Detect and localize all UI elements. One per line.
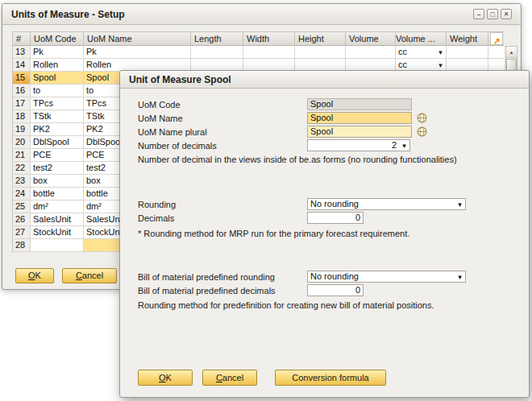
scroll-up-icon[interactable] <box>506 47 517 58</box>
row-number-cell[interactable]: 16 <box>13 85 31 97</box>
rounding-label: Rounding <box>138 200 307 209</box>
row-number-cell[interactable]: 21 <box>13 149 31 162</box>
uom-code-cell[interactable]: box <box>31 175 84 188</box>
bom-note: Rounding method for predefinition for cr… <box>138 300 517 310</box>
uom-code-cell[interactable]: test2 <box>31 162 84 175</box>
combo-arrow-icon[interactable] <box>399 140 409 151</box>
filler-cell <box>488 46 504 59</box>
uom-code-cell[interactable]: PK2 <box>31 123 84 136</box>
uom-code-cell[interactable]: Rollen <box>31 59 84 72</box>
col-header-uom-name[interactable]: UoM Name <box>84 31 191 46</box>
weight-cell[interactable] <box>447 46 488 59</box>
uom-code-cell[interactable]: TStk <box>31 110 84 123</box>
translate-icon[interactable] <box>417 126 427 137</box>
dropdown-arrow-icon[interactable] <box>435 46 446 59</box>
col-header-width[interactable]: Width <box>243 31 295 46</box>
volume-cell[interactable] <box>346 46 396 59</box>
row-number-cell[interactable]: 23 <box>13 175 31 188</box>
cancel-button[interactable]: Cancel <box>62 268 117 283</box>
close-icon <box>504 10 509 18</box>
bom-rounding-value: No rounding <box>308 271 455 282</box>
rounding-select[interactable]: No rounding <box>307 198 466 210</box>
uom-code-cell[interactable]: SalesUnit <box>31 213 84 226</box>
volume-uom-dropdown[interactable]: cc <box>396 59 446 71</box>
col-header-uom-code[interactable]: UoM Code <box>31 31 84 46</box>
uom-code-cell[interactable]: StockUnit <box>31 226 84 239</box>
row-number-cell[interactable]: 20 <box>13 136 31 149</box>
uom-code-cell[interactable]: bottle <box>31 188 84 200</box>
col-header-volume[interactable]: Volume <box>346 31 396 46</box>
uom-code-cell[interactable] <box>31 239 84 252</box>
combo-arrow-icon[interactable] <box>455 271 465 283</box>
uom-name-plural-input[interactable]: Spool <box>307 126 412 138</box>
row-number-cell[interactable]: 26 <box>13 213 31 226</box>
uom-code-cell[interactable]: DblSpool <box>31 136 84 149</box>
dialog-title: Unit of Measure Spool <box>129 74 231 85</box>
uom-code-cell[interactable]: dm² <box>31 200 84 213</box>
row-number-cell[interactable]: 24 <box>13 188 31 200</box>
row-number-cell[interactable]: 14 <box>13 59 31 72</box>
width-cell[interactable] <box>243 46 295 59</box>
close-button[interactable] <box>501 9 512 19</box>
row-number-cell[interactable]: 17 <box>13 97 31 110</box>
row-number-cell[interactable]: 22 <box>13 162 31 175</box>
restore-button[interactable] <box>487 9 498 19</box>
col-header-height[interactable]: Height <box>295 31 346 46</box>
uom-code-cell[interactable]: TPcs <box>31 97 84 110</box>
uom-name-cell[interactable]: Pk <box>84 46 191 59</box>
bom-rounding-select[interactable]: No rounding <box>307 271 466 283</box>
bom-decimals-label: Bill of material predefined decimals <box>138 286 307 296</box>
uom-code-label: UoM Code <box>138 100 307 110</box>
uom-name-input[interactable]: Spool <box>307 112 412 124</box>
col-header-length[interactable]: Length <box>191 31 243 46</box>
bom-decimals-input[interactable]: 0 <box>307 284 364 296</box>
length-cell[interactable] <box>191 46 243 59</box>
uom-code-cell[interactable]: Spool <box>31 72 84 85</box>
uom-code-cell[interactable]: Pk <box>31 46 84 59</box>
expand-grid-icon[interactable] <box>490 32 503 45</box>
bom-rounding-label: Bill of material predefined rounding <box>138 272 307 282</box>
conversion-formula-button[interactable]: Conversion formula <box>275 370 386 386</box>
desktop: Units of Measure - Setup # UoM Code UoM … <box>0 0 532 401</box>
col-header-number[interactable]: # <box>13 31 31 46</box>
rounding-note: * Rounding method for MRP run for the pr… <box>138 229 517 238</box>
uom-code-field: Spool <box>307 98 412 110</box>
decimals-label: Decimals <box>138 213 307 223</box>
dialog-titlebar[interactable]: Unit of Measure Spool <box>120 71 529 89</box>
number-of-decimals-label: Number of decimals <box>138 141 307 151</box>
restore-icon <box>490 10 494 19</box>
main-window-title: Units of Measure - Setup <box>11 9 125 20</box>
table-row[interactable]: 13 Pk Pk cc <box>13 46 504 59</box>
decimals-input[interactable]: 0 <box>307 212 364 224</box>
rounding-value: No rounding <box>308 199 455 209</box>
volume-uom-value: cc <box>396 59 435 71</box>
unit-of-measure-dialog: Unit of Measure Spool UoM Code Spool UoM… <box>119 70 530 398</box>
height-cell[interactable] <box>295 46 346 59</box>
volume-uom-cell[interactable]: cc <box>396 46 447 59</box>
translate-icon[interactable] <box>417 113 427 123</box>
main-titlebar[interactable]: Units of Measure - Setup <box>2 4 521 25</box>
table-header: # UoM Code UoM Name Length Width Height … <box>13 31 504 46</box>
uom-code-cell[interactable]: PCE <box>31 149 84 162</box>
col-header-volume-uom[interactable]: Volume ... <box>396 31 447 46</box>
row-number-cell[interactable]: 13 <box>13 46 31 59</box>
row-number-cell[interactable]: 15 <box>13 72 31 85</box>
volume-uom-dropdown[interactable]: cc <box>396 46 446 58</box>
minimize-button[interactable] <box>473 9 484 19</box>
row-number-cell[interactable]: 25 <box>13 200 31 213</box>
window-controls <box>473 9 512 19</box>
col-header-weight[interactable]: Weight <box>447 31 488 46</box>
ok-button[interactable]: OK <box>15 268 54 283</box>
uom-code-cell[interactable]: to <box>31 85 84 97</box>
row-number-cell[interactable]: 19 <box>13 123 31 136</box>
dialog-ok-button[interactable]: OK <box>138 370 193 386</box>
dialog-cancel-button[interactable]: Cancel <box>202 370 257 386</box>
combo-arrow-icon[interactable] <box>455 199 465 210</box>
row-number-cell[interactable]: 28 <box>13 239 31 252</box>
row-number-cell[interactable]: 27 <box>13 226 31 239</box>
uom-name-plural-label: UoM Name plural <box>138 127 307 137</box>
minimize-icon <box>477 10 480 18</box>
number-of-decimals-select[interactable]: 2 <box>307 139 410 151</box>
row-number-cell[interactable]: 18 <box>13 110 31 123</box>
volume-uom-value: cc <box>396 46 435 58</box>
